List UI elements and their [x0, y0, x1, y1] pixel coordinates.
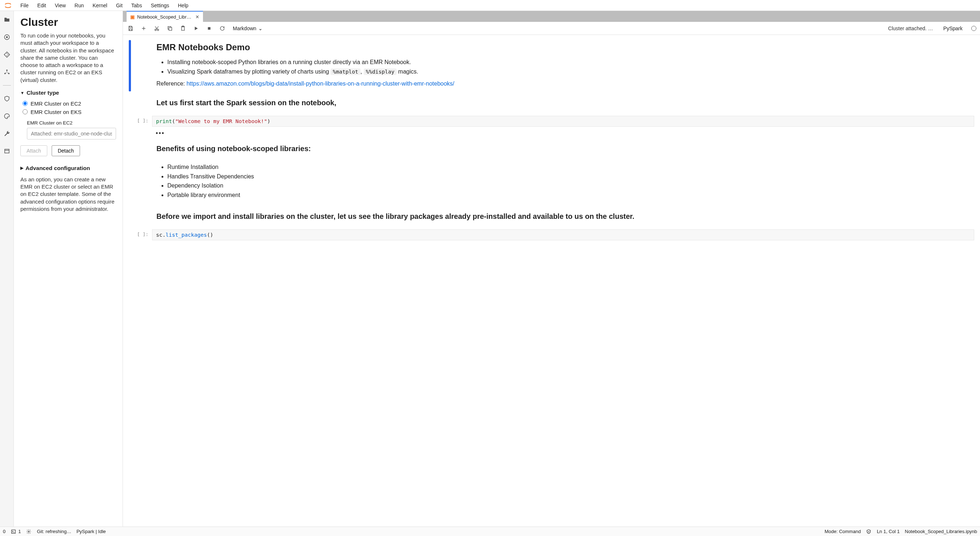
radio-ec2[interactable]: EMR Cluster on EC2	[22, 100, 116, 107]
svg-rect-1	[6, 37, 8, 38]
status-cluster-icon[interactable]	[26, 529, 32, 534]
code-token: sc.	[156, 232, 165, 238]
cluster-type-header[interactable]: ▼ Cluster type	[21, 89, 116, 96]
notebook-body[interactable]: EMR Notebooks Demo Installing notebook-s…	[123, 35, 980, 526]
gear-icon	[26, 529, 32, 534]
wrench-icon[interactable]	[2, 129, 12, 139]
cut-icon[interactable]	[153, 24, 161, 32]
output-collapsed-icon[interactable]: •••	[152, 127, 974, 137]
cell-type-label: Markdown	[233, 26, 256, 31]
md-text: Visualizing Spark dataframes by plotting…	[167, 69, 331, 75]
code-token: ()	[207, 232, 213, 238]
markdown-cell[interactable]: Benefits of using notebook-scoped librar…	[129, 142, 974, 157]
cell-gutter	[129, 209, 131, 225]
panel-description: To run code in your notebooks, you must …	[21, 32, 116, 84]
cell-gutter	[129, 40, 131, 91]
status-kernel[interactable]: PySpark | Idle	[76, 529, 106, 534]
svg-point-5	[6, 70, 8, 71]
radio-ec2-label: EMR Cluster on EC2	[30, 100, 81, 107]
menu-view[interactable]: View	[51, 1, 70, 10]
run-icon[interactable]	[192, 24, 200, 32]
svg-point-2	[6, 53, 7, 54]
md-heading: Before we import and install libraries o…	[156, 212, 974, 221]
restart-icon[interactable]	[218, 24, 226, 32]
menu-tabs[interactable]: Tabs	[127, 1, 146, 10]
radio-eks-input[interactable]	[22, 109, 28, 114]
code-token: print	[156, 118, 172, 124]
stop-icon[interactable]	[205, 24, 213, 32]
svg-point-3	[6, 55, 7, 56]
menu-settings[interactable]: Settings	[146, 1, 173, 10]
cluster-icon[interactable]	[2, 67, 12, 77]
detach-button[interactable]: Detach	[52, 145, 80, 156]
svg-point-6	[4, 73, 5, 74]
folder-icon[interactable]	[2, 14, 12, 25]
tab-notebook[interactable]: ▣ Notebook_Scoped_Librarie ✕	[127, 11, 203, 22]
menu-help[interactable]: Help	[173, 1, 193, 10]
notebook-area: ▣ Notebook_Scoped_Librarie ✕ Markdown ⌄ …	[123, 11, 980, 526]
attached-cluster-input[interactable]	[27, 128, 116, 139]
svg-rect-14	[208, 27, 211, 29]
status-trust-icon[interactable]	[866, 529, 872, 534]
markdown-cell[interactable]: Before we import and install libraries o…	[129, 209, 974, 225]
menubar: File Edit View Run Kernel Git Tabs Setti…	[0, 0, 980, 11]
tab-title: Notebook_Scoped_Librarie	[137, 14, 193, 20]
status-terminal[interactable]: 1	[11, 529, 21, 534]
terminal-icon	[11, 529, 16, 534]
save-icon[interactable]	[127, 24, 135, 32]
code-token: list_packages	[165, 232, 207, 238]
kernel-indicator-icon[interactable]	[971, 26, 976, 31]
svg-rect-8	[5, 149, 9, 153]
menu-file[interactable]: File	[16, 1, 33, 10]
code-editor[interactable]: print("Welcome to my EMR Notebook!")	[152, 116, 974, 127]
chevron-down-icon: ⌄	[258, 26, 262, 31]
radio-eks[interactable]: EMR Cluster on EKS	[22, 109, 116, 115]
radio-ec2-input[interactable]	[22, 101, 28, 106]
stop-circle-icon[interactable]	[2, 32, 12, 42]
add-cell-icon[interactable]	[140, 24, 148, 32]
status-bar: 0 1 Git: refreshing… PySpark | Idle Mode…	[0, 526, 980, 536]
md-text: Reference:	[156, 80, 187, 87]
cluster-sub-label: EMR Cluster on EC2	[27, 120, 116, 126]
menu-edit[interactable]: Edit	[33, 1, 51, 10]
code-editor[interactable]: sc.list_packages()	[152, 230, 974, 240]
md-heading: EMR Notebooks Demo	[156, 42, 974, 53]
git-icon[interactable]	[2, 49, 12, 60]
close-icon[interactable]: ✕	[195, 14, 199, 20]
shield-icon[interactable]	[2, 94, 12, 104]
menu-run[interactable]: Run	[70, 1, 88, 10]
markdown-cell[interactable]: Let us first start the Spark session on …	[129, 96, 974, 112]
md-text: ,	[361, 69, 364, 75]
notebook-toolbar: Markdown ⌄ Cluster attached. … PySpark	[123, 22, 980, 35]
shield-check-icon	[866, 529, 872, 534]
status-left-count[interactable]: 0	[3, 529, 5, 534]
cell-gutter	[129, 230, 131, 240]
cell-type-selector[interactable]: Markdown ⌄	[233, 26, 262, 31]
menu-git[interactable]: Git	[112, 1, 127, 10]
status-git[interactable]: Git: refreshing…	[37, 529, 71, 534]
code-cell[interactable]: [ ]: sc.list_packages()	[129, 230, 974, 240]
palette-icon[interactable]	[2, 111, 12, 121]
status-lncol[interactable]: Ln 1, Col 1	[877, 529, 900, 534]
advanced-config-description: As an option, you can create a new EMR o…	[21, 176, 116, 213]
md-list-item: Portable library environment	[167, 190, 974, 200]
svg-rect-15	[12, 530, 16, 533]
cell-gutter	[129, 116, 131, 137]
markdown-cell[interactable]: Runtime Installation Handles Transitive …	[129, 162, 974, 205]
code-cell[interactable]: [ ]: print("Welcome to my EMR Notebook!"…	[129, 116, 974, 137]
reference-link[interactable]: https://aws.amazon.com/blogs/big-data/in…	[187, 80, 454, 87]
paste-icon[interactable]	[179, 24, 187, 32]
radio-eks-label: EMR Cluster on EKS	[30, 109, 81, 115]
md-code: %matplot	[331, 69, 361, 75]
cluster-status: Cluster attached. …	[888, 26, 933, 31]
status-filename: Notebook_Scoped_Libraries.ipynb	[905, 529, 977, 534]
cluster-type-label: Cluster type	[27, 89, 59, 96]
copy-icon[interactable]	[166, 24, 174, 32]
menu-kernel[interactable]: Kernel	[88, 1, 111, 10]
kernel-name[interactable]: PySpark	[943, 26, 963, 31]
markdown-cell[interactable]: EMR Notebooks Demo Installing notebook-s…	[129, 40, 974, 91]
window-icon[interactable]	[2, 146, 12, 156]
advanced-config-header[interactable]: ▶ Advanced configuration	[21, 165, 116, 172]
caret-down-icon: ▼	[21, 91, 24, 95]
code-token: "Welcome to my EMR Notebook!"	[175, 118, 267, 124]
